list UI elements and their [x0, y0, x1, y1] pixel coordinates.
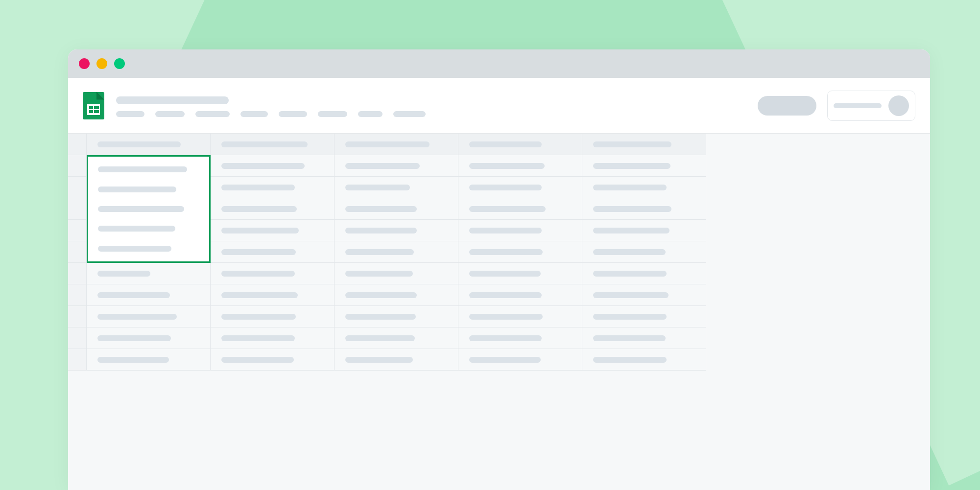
- cell-placeholder: [345, 335, 415, 341]
- cell[interactable]: [335, 284, 458, 306]
- cell[interactable]: [458, 263, 582, 284]
- row-header[interactable]: [68, 306, 87, 327]
- menu-item[interactable]: [240, 111, 268, 117]
- cell[interactable]: [87, 306, 211, 327]
- cell[interactable]: [211, 327, 335, 349]
- column-header[interactable]: [211, 134, 335, 155]
- cell-placeholder: [345, 228, 417, 233]
- menu-item[interactable]: [393, 111, 426, 117]
- cell-placeholder: [221, 271, 295, 277]
- menu-item[interactable]: [116, 111, 144, 117]
- row-header[interactable]: [68, 327, 87, 349]
- select-all-corner[interactable]: [68, 134, 87, 155]
- cell[interactable]: [87, 327, 211, 349]
- app-header: [68, 78, 930, 134]
- cell[interactable]: [335, 177, 458, 198]
- cell[interactable]: [335, 198, 458, 220]
- cell[interactable]: [458, 349, 582, 371]
- cell[interactable]: [458, 306, 582, 327]
- close-icon[interactable]: [79, 58, 90, 69]
- cell[interactable]: [458, 155, 582, 177]
- cell[interactable]: [335, 327, 458, 349]
- doc-title-placeholder[interactable]: [116, 96, 229, 104]
- share-button[interactable]: [758, 96, 816, 116]
- cell[interactable]: [458, 284, 582, 306]
- cell[interactable]: [582, 177, 706, 198]
- row-header[interactable]: [68, 177, 87, 198]
- cell-placeholder: [221, 335, 295, 341]
- cell[interactable]: [582, 306, 706, 327]
- cell-placeholder: [345, 314, 416, 320]
- cell-placeholder: [593, 249, 666, 255]
- cell[interactable]: [335, 306, 458, 327]
- cell-placeholder: [345, 249, 414, 255]
- cell-placeholder: [221, 163, 305, 169]
- cell[interactable]: [335, 241, 458, 263]
- header-placeholder: [345, 141, 430, 147]
- cell[interactable]: [582, 241, 706, 263]
- row-header[interactable]: [68, 220, 87, 241]
- row-header[interactable]: [68, 284, 87, 306]
- cell-placeholder: [593, 228, 669, 233]
- cell[interactable]: [458, 177, 582, 198]
- cell[interactable]: [458, 198, 582, 220]
- cell[interactable]: [582, 198, 706, 220]
- header-placeholder: [469, 141, 542, 147]
- cell[interactable]: [582, 155, 706, 177]
- cell-placeholder: [221, 357, 294, 363]
- cell[interactable]: [458, 220, 582, 241]
- cell[interactable]: [87, 349, 211, 371]
- cell[interactable]: [211, 241, 335, 263]
- row-header[interactable]: [68, 263, 87, 284]
- cell[interactable]: [335, 220, 458, 241]
- cell[interactable]: [582, 327, 706, 349]
- cell[interactable]: [87, 284, 211, 306]
- cell-placeholder: [98, 187, 176, 192]
- menu-item[interactable]: [318, 111, 347, 117]
- cell[interactable]: [211, 177, 335, 198]
- cell[interactable]: [582, 284, 706, 306]
- cell[interactable]: [211, 263, 335, 284]
- row-header[interactable]: [68, 349, 87, 371]
- cell[interactable]: [335, 155, 458, 177]
- account-label-placeholder: [834, 103, 882, 108]
- cell-placeholder: [97, 357, 169, 363]
- cell[interactable]: [582, 263, 706, 284]
- column-header[interactable]: [87, 134, 211, 155]
- cell[interactable]: [211, 306, 335, 327]
- column-header[interactable]: [335, 134, 458, 155]
- cell[interactable]: [211, 284, 335, 306]
- cell-placeholder: [221, 314, 296, 320]
- menu-item[interactable]: [358, 111, 382, 117]
- cell[interactable]: [211, 198, 335, 220]
- cell[interactable]: [582, 220, 706, 241]
- minimize-icon[interactable]: [96, 58, 107, 69]
- account-button[interactable]: [827, 91, 915, 121]
- cell[interactable]: [458, 241, 582, 263]
- column-header[interactable]: [582, 134, 706, 155]
- cell[interactable]: [211, 349, 335, 371]
- cell[interactable]: [335, 263, 458, 284]
- cell[interactable]: [458, 327, 582, 349]
- row-header[interactable]: [68, 155, 87, 177]
- selection-range[interactable]: [87, 155, 211, 263]
- column-header[interactable]: [458, 134, 582, 155]
- cell[interactable]: [335, 349, 458, 371]
- cell-placeholder: [97, 335, 171, 341]
- cell-placeholder: [593, 206, 671, 212]
- cell[interactable]: [87, 263, 211, 284]
- cell[interactable]: [211, 220, 335, 241]
- maximize-icon[interactable]: [114, 58, 125, 69]
- menu-item[interactable]: [155, 111, 185, 117]
- cell-placeholder: [345, 271, 413, 277]
- menu-item[interactable]: [279, 111, 307, 117]
- header-center: [116, 94, 746, 117]
- cell[interactable]: [211, 155, 335, 177]
- cell-placeholder: [98, 246, 171, 252]
- cell-placeholder: [345, 163, 420, 169]
- cell[interactable]: [582, 349, 706, 371]
- row-header[interactable]: [68, 241, 87, 263]
- cell-placeholder: [593, 163, 670, 169]
- menu-item[interactable]: [195, 111, 230, 117]
- row-header[interactable]: [68, 198, 87, 220]
